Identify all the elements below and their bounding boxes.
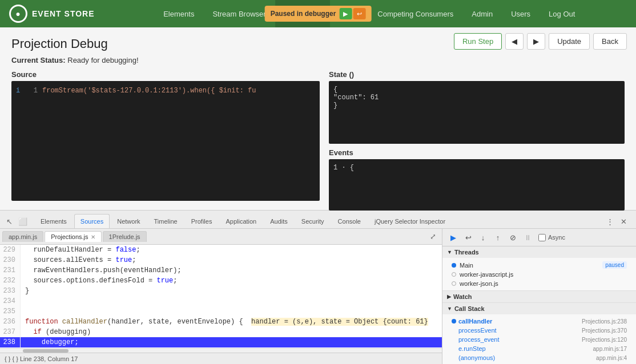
nav-logout[interactable]: Log Out: [540, 0, 584, 27]
state-panel: { "count": 61 }: [329, 81, 625, 144]
threads-label: Threads: [454, 249, 479, 256]
stack-dot-callHandler: [452, 319, 456, 323]
tab-application[interactable]: Application: [219, 214, 263, 228]
back-button[interactable]: Back: [593, 33, 627, 50]
devtools-tab-bar: ↖ ⬜ Elements Sources Network Timeline Pr…: [0, 211, 636, 229]
threads-section: ▼ Threads Main paused worker-javascript.…: [442, 246, 636, 291]
pointer-icon[interactable]: ↖: [2, 215, 16, 228]
async-checkbox[interactable]: [538, 234, 546, 241]
code-row-229: 229 runDefaultHandler = false;: [0, 245, 442, 255]
topnav: ● EVENT STORE Paused in debugger ▶ ↩ Ele…: [0, 0, 636, 27]
next-button[interactable]: ▶: [527, 33, 545, 50]
nav-users[interactable]: Users: [502, 0, 540, 27]
call-stack-section: ▼ Call Stack callHandler Projections.js:…: [442, 303, 636, 364]
stack-file-eRunStep: app.min.js:17: [593, 346, 627, 352]
file-tab-more[interactable]: ⤢: [426, 230, 440, 244]
run-step-button[interactable]: Run Step: [454, 33, 502, 50]
watch-header[interactable]: ▶ Watch: [442, 291, 636, 302]
tab-network[interactable]: Network: [111, 214, 146, 228]
call-stack-label: Call Stack: [454, 305, 485, 312]
stack-dot-eRunStep: [452, 346, 456, 351]
stack-file-process-event: Projections.js:120: [582, 337, 627, 343]
devtools-icons: ↖ ⬜: [2, 215, 30, 228]
devtools: ↖ ⬜ Elements Sources Network Timeline Pr…: [0, 210, 636, 364]
code-row-235: 235: [0, 306, 442, 317]
app-logo[interactable]: ● EVENT STORE: [9, 5, 95, 23]
watch-section: ▶ Watch: [442, 291, 636, 303]
file-tab-projectionsjs[interactable]: Projections.js ✕: [45, 231, 101, 242]
debug-resume-btn[interactable]: ▶: [447, 231, 460, 244]
code-position: { } Line 238, Column 17: [12, 355, 78, 362]
stack-eRunStep[interactable]: e.runStep app.min.js:17: [442, 344, 636, 353]
call-stack-header[interactable]: ▼ Call Stack: [442, 303, 636, 314]
debug-pause-btn[interactable]: ⏸: [521, 231, 534, 244]
tab-jquery[interactable]: jQuery Selector Inspector: [368, 214, 452, 228]
debug-deactivate-btn[interactable]: ⊘: [506, 231, 519, 244]
tab-audits[interactable]: Audits: [264, 214, 294, 228]
tab-elements[interactable]: Elements: [34, 214, 73, 228]
tab-sources[interactable]: Sources: [74, 214, 110, 228]
devtools-close-icon[interactable]: ✕: [617, 215, 630, 228]
update-button[interactable]: Update: [549, 33, 590, 50]
stack-dot-processEvent: [452, 328, 456, 333]
debug-step-into-btn[interactable]: ↑: [492, 231, 504, 244]
thread-dot-worker: [452, 272, 456, 277]
code-area: app.min.js Projections.js ✕ 1Prelude.js …: [0, 229, 442, 364]
async-text: Async: [548, 234, 565, 241]
file-tab-preludejs-label: 1Prelude.js: [109, 233, 140, 240]
app-name: EVENT STORE: [32, 9, 95, 18]
state-line3: }: [333, 102, 620, 110]
thread-main-name: Main: [460, 262, 473, 269]
thread-dot-main: [452, 263, 456, 268]
devtools-more-icon[interactable]: ⋮: [603, 215, 617, 228]
threads-arrow: ▼: [447, 249, 452, 255]
threads-content: Main paused worker-javascript.js worker-…: [442, 258, 636, 290]
prev-button[interactable]: ◀: [505, 33, 524, 50]
panels: Source i 1 fromStream('$stats-127.0.0.1:…: [11, 70, 625, 207]
call-stack-content: callHandler Projections.js:238 processEv…: [442, 314, 636, 364]
stack-func-anonymous: (anonymous): [458, 354, 594, 361]
source-code-text: fromStream('$stats-127.0.0.1:2113').when…: [42, 86, 256, 96]
stack-dot-process-event: [452, 337, 456, 342]
file-tab-projectionsjs-label: Projections.js: [51, 233, 88, 240]
debug-replay-btn[interactable]: ↩: [462, 231, 474, 244]
file-tab-projectionsjs-close[interactable]: ✕: [91, 234, 95, 240]
stack-callHandler[interactable]: callHandler Projections.js:238: [442, 317, 636, 326]
thread-main-badge: paused: [602, 261, 627, 269]
tab-timeline[interactable]: Timeline: [148, 214, 184, 228]
scrollbar-thumb[interactable]: [23, 349, 69, 353]
stack-anonymous[interactable]: (anonymous) app.min.js:4: [442, 353, 636, 362]
debugger-step-btn[interactable]: ↩: [353, 8, 365, 19]
code-area-expand-icon[interactable]: ⤢: [426, 230, 440, 244]
file-tab-appminjs-label: app.min.js: [9, 233, 37, 240]
stack-processEvent[interactable]: processEvent Projections.js:370: [442, 326, 636, 335]
nav-admin[interactable]: Admin: [462, 0, 502, 27]
debug-toolbar: ▶ ↩ ↓ ↑ ⊘ ⏸ Async: [442, 229, 636, 246]
stack-file-processEvent: Projections.js:370: [582, 327, 627, 334]
nav-dashboard[interactable]: Elements: [154, 0, 203, 27]
source-editor: i 1 fromStream('$stats-127.0.0.1:2113').…: [11, 81, 320, 201]
file-tab-appminjs[interactable]: app.min.js: [2, 231, 43, 242]
mobile-icon[interactable]: ⬜: [16, 215, 30, 228]
thread-worker-json[interactable]: worker-json.js: [442, 279, 636, 288]
tab-security[interactable]: Security: [295, 214, 331, 228]
code-row-232: 232 sources.options.definesFold = true;: [0, 276, 442, 286]
thread-worker-json-name: worker-json.js: [460, 280, 498, 287]
nav-competing-consumers[interactable]: Competing Consumers: [368, 0, 462, 27]
code-row-237: 237 if (debugging): [0, 327, 442, 337]
file-tab-preludejs[interactable]: 1Prelude.js: [103, 231, 147, 242]
devtools-close-area: ⋮ ✕: [603, 215, 634, 228]
thread-main[interactable]: Main paused: [442, 260, 636, 270]
tab-profiles[interactable]: Profiles: [185, 214, 219, 228]
debug-step-over-btn[interactable]: ↓: [477, 231, 489, 244]
code-scroll: 229 runDefaultHandler = false; 230 sourc…: [0, 245, 442, 348]
stack-process-event[interactable]: process_event Projections.js:120: [442, 335, 636, 344]
file-tabs: app.min.js Projections.js ✕ 1Prelude.js …: [0, 229, 442, 245]
horizontal-scrollbar[interactable]: [0, 348, 442, 353]
thread-worker-js[interactable]: worker-javascript.js: [442, 270, 636, 279]
code-row-231: 231 rawEventHandlers.push(eventHandler);: [0, 265, 442, 276]
threads-header[interactable]: ▼ Threads: [442, 246, 636, 258]
debugger-resume-btn[interactable]: ▶: [339, 8, 352, 19]
footer-bracket-icon: { }: [5, 355, 10, 362]
tab-console[interactable]: Console: [332, 214, 367, 228]
